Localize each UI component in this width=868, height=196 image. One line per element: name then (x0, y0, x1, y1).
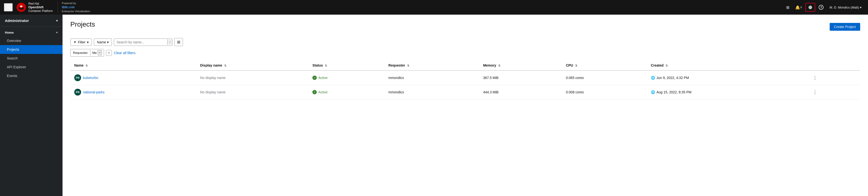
chip-value-text: Me (92, 51, 97, 54)
project-name-link-1[interactable]: PR kubeturbo (74, 74, 192, 81)
col-created-label: Created (651, 64, 663, 67)
status-label-2: Active (318, 90, 328, 94)
row-status-cell-2: ✓ Active (308, 85, 384, 100)
row-cpu-cell-1: 0.065 cores (562, 71, 647, 85)
sidebar-item-search[interactable]: Search (0, 54, 63, 63)
col-display-name-label: Display name (200, 64, 222, 67)
overview-label: Overview (7, 39, 21, 43)
home-section-header[interactable]: Home ▾ (0, 27, 63, 36)
main-content: Projects Create Project ▼ Filter ▾ Name … (63, 15, 868, 196)
redhat-svg (17, 3, 26, 12)
powered-by-label: Powered by (62, 1, 90, 5)
col-status-sort-icon: ⇅ (325, 64, 327, 67)
remove-all-icon: ✕ (108, 51, 110, 54)
project-badge-2: PR (74, 89, 81, 95)
brand-logo: Red Hat OpenShift Container Platform (17, 2, 53, 13)
row-kebab-button-2[interactable]: ⋮ (811, 88, 819, 96)
table-header-row: Name ⇅ Display name ⇅ Status ⇅ Requester… (70, 61, 860, 71)
search-label: Search (7, 56, 18, 60)
created-globe-icon-1: 🌐 (651, 76, 655, 80)
status-label-1: Active (318, 76, 328, 80)
chip-value: Me ✕ (90, 49, 104, 56)
events-label: Events (7, 74, 17, 78)
filter-label: Filter (78, 40, 86, 44)
help-icon: ? (819, 5, 824, 10)
zvm-label: z/VM (68, 6, 74, 9)
col-cpu[interactable]: CPU ⇅ (562, 61, 647, 71)
created-text-2: Aug 15, 2022, 8:35 PM (656, 90, 691, 94)
columns-button[interactable]: ⊞ (175, 38, 183, 46)
user-menu-button[interactable]: M. D. Mondics (Matt) ▾ (827, 4, 864, 11)
cpu-text-1: 0.065 cores (566, 76, 584, 80)
apps-grid-button[interactable]: ⊞ (784, 4, 792, 11)
hamburger-menu-button[interactable]: ☰ (4, 3, 13, 11)
filter-button[interactable]: ▼ Filter ▾ (70, 39, 92, 46)
bell-icon: 🔔 (795, 5, 800, 10)
row-actions-cell-1: ⋮ (807, 71, 860, 85)
col-name-label: Name (74, 64, 84, 67)
add-button[interactable]: ⊕ (805, 3, 815, 12)
admin-label: Administrator (5, 18, 29, 23)
row-name-cell: PR kubeturbo (70, 71, 196, 85)
sidebar-item-projects[interactable]: Projects (0, 45, 63, 54)
table-row: PR kubeturbo No display name ✓ Active (70, 71, 860, 85)
admin-perspective-selector[interactable]: Administrator ▾ (0, 15, 63, 27)
projects-table: Name ⇅ Display name ⇅ Status ⇅ Requester… (70, 61, 860, 100)
memory-text-1: 367.5 MiB (483, 76, 498, 80)
display-name-text-1: No display name (200, 76, 225, 80)
col-requester-label: Requester (388, 64, 405, 67)
filter-chips-row: Requester Me ✕ ✕ Clear all filters (70, 49, 860, 56)
remove-all-chips-button[interactable]: ✕ (106, 50, 112, 56)
row-kebab-button-1[interactable]: ⋮ (811, 74, 819, 81)
enterprise-virt-label: Enterprise Virtualization (62, 9, 90, 13)
search-input[interactable] (114, 39, 167, 46)
sidebar-item-overview[interactable]: Overview (0, 36, 63, 45)
ibm-label: IBM (62, 5, 68, 9)
project-name-link-2[interactable]: PR national-parks (74, 89, 192, 95)
search-box: / (114, 39, 173, 46)
col-memory[interactable]: Memory ⇅ (479, 61, 562, 71)
cpu-text-2: 0.008 cores (566, 90, 584, 94)
projects-label: Projects (7, 47, 19, 51)
requester-filter-chip: Requester Me ✕ (70, 49, 104, 56)
col-created[interactable]: Created ⇅ (647, 61, 807, 71)
memory-text-2: 444.3 MiB (483, 90, 498, 94)
toolbar: ▼ Filter ▾ Name ▾ / ⊞ (70, 38, 860, 46)
col-status[interactable]: Status ⇅ (308, 61, 384, 71)
create-project-button[interactable]: Create Project (830, 23, 860, 31)
help-button[interactable]: ? (816, 3, 826, 11)
row-status-cell-1: ✓ Active (308, 71, 384, 85)
name-filter-dropdown[interactable]: Name ▾ (94, 39, 112, 46)
col-status-label: Status (312, 64, 323, 67)
status-check-icon-2: ✓ (312, 90, 317, 94)
row-requester-cell-1: mmondics (384, 71, 479, 85)
sidebar: Administrator ▾ Home ▾ Overview Projects… (0, 15, 63, 196)
col-requester[interactable]: Requester ⇅ (384, 61, 479, 71)
row-created-cell-2: 🌐 Aug 15, 2022, 8:35 PM (647, 85, 807, 100)
home-section-label: Home (5, 31, 14, 34)
home-chevron-icon: ▾ (56, 31, 58, 34)
project-name-text-2: national-parks (83, 90, 104, 94)
col-display-name-sort-icon: ⇅ (224, 64, 226, 67)
sidebar-item-events[interactable]: Events (0, 71, 63, 80)
nav-icons: ⊞ 🔔 6 ⊕ ? M. D. Mondics (Matt) ▾ (784, 3, 864, 12)
col-actions (807, 61, 860, 71)
col-name[interactable]: Name ⇅ (70, 61, 196, 71)
col-cpu-sort-icon: ⇅ (575, 64, 577, 67)
columns-icon: ⊞ (177, 40, 180, 44)
col-display-name[interactable]: Display name ⇅ (196, 61, 308, 71)
notification-count: 6 (801, 6, 802, 9)
apps-grid-icon: ⊞ (786, 5, 789, 10)
notifications-button[interactable]: 🔔 6 (793, 4, 805, 11)
brand-line3: Container Platform (28, 9, 53, 13)
requester-text-1: mmondics (388, 76, 404, 80)
clear-all-filters-button[interactable]: Clear all filters (114, 51, 135, 55)
redhat-logo-icon (17, 3, 26, 12)
chip-close-button[interactable]: ✕ (98, 50, 102, 55)
brand-line2: OpenShift (28, 5, 53, 9)
row-actions-cell-2: ⋮ (807, 85, 860, 100)
sidebar-item-api-explorer[interactable]: API Explorer (0, 63, 63, 71)
row-cpu-cell-2: 0.008 cores (562, 85, 647, 100)
ibm-zvm-label: IBM z/VM (62, 5, 90, 9)
powered-by-text: Powered by IBM z/VM Enterprise Virtualiz… (58, 1, 90, 13)
